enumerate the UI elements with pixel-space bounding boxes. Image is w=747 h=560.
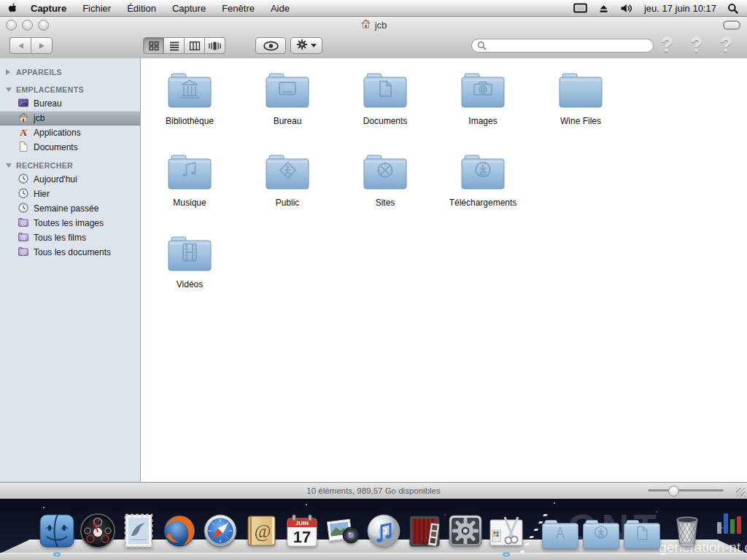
menu-capture[interactable]: Capture [164, 3, 214, 14]
dock-icon-iphoto[interactable] [322, 510, 363, 551]
dock-icon-address-book[interactable]: @ [241, 510, 282, 551]
folder-content-area[interactable]: BibliothèqueBureauDocumentsImagesWine Fi… [141, 58, 747, 483]
svg-text:@: @ [255, 521, 271, 542]
folder-images[interactable]: Images [434, 71, 532, 153]
sidebar-item-label: Bureau [34, 98, 62, 109]
sidebar-item-aujourd-hui[interactable]: Aujourd'hui [0, 172, 140, 187]
smart-folder-icon [18, 246, 29, 260]
unknown-toolbar-item-icon-3[interactable]: ? [720, 34, 732, 57]
toolbar-toggle-button[interactable] [723, 20, 740, 30]
dock-icon-safari[interactable] [200, 510, 241, 551]
sidebar-item-toutes-les-images[interactable]: Toutes les images [0, 216, 140, 230]
folder-videos[interactable]: Vidéos [141, 235, 239, 316]
folder-icon [557, 71, 604, 112]
sidebar-item-documents[interactable]: Documents [0, 140, 140, 155]
desktop-screen: Capture FichierÉditionCaptureFenêtreAide… [0, 0, 747, 560]
view-button-icon-view[interactable] [143, 37, 164, 54]
folder-icon [460, 71, 506, 112]
menu-bar-clock[interactable]: jeu. 17 juin 10:17 [644, 3, 716, 14]
view-button-column-view[interactable] [185, 37, 205, 54]
icon-size-slider[interactable] [648, 489, 724, 491]
clock-icon [18, 202, 29, 216]
sidebar-section-rechercher[interactable]: RECHERCHER [0, 159, 140, 172]
sidebar-item-label: jcb [34, 113, 44, 123]
status-bar: 10 éléments, 989,57 Go disponibles [0, 482, 747, 499]
sidebar-item-semaine-passee[interactable]: Semaine passée [0, 201, 140, 216]
folder-musique[interactable]: Musique [141, 153, 239, 235]
chevron-right-icon[interactable] [6, 69, 10, 75]
app-menu-title[interactable]: Capture [23, 3, 74, 14]
sidebar-section-appareils[interactable]: APPAREILS [0, 66, 140, 79]
sidebar-item-applications[interactable]: AApplications [0, 125, 140, 140]
spotlight-icon[interactable] [727, 3, 738, 14]
dock-icon-itunes[interactable] [363, 510, 404, 551]
folder-icon [264, 153, 311, 194]
folder-sites[interactable]: Sites [336, 153, 434, 235]
folder-bibliotheque[interactable]: Bibliothèque [141, 71, 239, 153]
menu-fenetre[interactable]: Fenêtre [214, 3, 263, 14]
sidebar-item-hier[interactable]: Hier [0, 187, 140, 201]
display-icon[interactable] [573, 3, 587, 14]
menu-bar-status-area: jeu. 17 juin 10:17 [573, 3, 747, 14]
menu-edition[interactable]: Édition [119, 3, 164, 14]
unknown-toolbar-item-icon-1[interactable]: ? [661, 34, 673, 57]
folder-label: Bureau [274, 116, 302, 126]
dock-icon-firefox[interactable] [159, 510, 200, 551]
sidebar-item-label: Toutes les images [34, 218, 104, 228]
back-button[interactable] [9, 37, 31, 54]
folder-label: Images [468, 116, 497, 126]
action-menu-button[interactable] [290, 37, 322, 54]
dock-icon-stack-applications[interactable] [540, 510, 581, 551]
folder-documents[interactable]: Documents [336, 71, 434, 153]
dock-icon-mail[interactable] [118, 510, 159, 551]
folder-icon [166, 235, 213, 276]
search-input[interactable] [471, 39, 654, 52]
dock-icon-trash[interactable] [667, 510, 708, 551]
folder-wine-files[interactable]: Wine Files [532, 71, 630, 153]
sidebar-item-tous-les-films[interactable]: Tous les films [0, 230, 140, 245]
eject-icon[interactable] [598, 3, 609, 14]
sidebar-item-label: Documents [34, 142, 78, 152]
dock-icon-stack-downloads[interactable] [581, 510, 622, 551]
unknown-toolbar-item-icon-2[interactable]: ? [691, 34, 703, 57]
view-button-coverflow-view[interactable] [205, 37, 225, 54]
apple-menu-icon[interactable] [0, 3, 23, 14]
menu-fichier[interactable]: Fichier [74, 3, 119, 14]
document-icon [18, 141, 29, 155]
menu-list: FichierÉditionCaptureFenêtreAide [74, 3, 298, 14]
clock-icon [18, 173, 29, 187]
dock-icon-capture[interactable] [486, 510, 527, 551]
folder-telechargements[interactable]: Téléchargements [434, 153, 532, 235]
view-button-list-view[interactable] [164, 37, 185, 54]
dock: @JUIN17 [36, 510, 708, 551]
dock-icon-dashboard[interactable] [77, 510, 118, 551]
dock-icon-system-preferences[interactable] [445, 510, 486, 551]
sidebar-item-bureau[interactable]: Bureau [0, 96, 140, 111]
folder-icon [264, 71, 311, 112]
folder-public[interactable]: Public [239, 153, 336, 235]
watermark-logo-bars-icon [717, 513, 741, 534]
slider-knob[interactable] [668, 486, 679, 497]
dock-icon-ical[interactable]: JUIN17 [282, 510, 322, 551]
sidebar-section-emplacements[interactable]: EMPLACEMENTS [0, 83, 140, 96]
svg-text:JUIN: JUIN [295, 520, 309, 526]
folder-label: Vidéos [177, 279, 203, 289]
folder-icon [362, 71, 409, 112]
chevron-down-icon[interactable] [6, 163, 12, 168]
sidebar-item-jcb[interactable]: jcb [0, 111, 140, 125]
finder-window: jcb ??? A [0, 16, 747, 499]
smart-folder-icon [18, 231, 29, 245]
folder-bureau[interactable]: Bureau [239, 71, 336, 153]
volume-icon[interactable] [620, 3, 633, 14]
sidebar-section-label: RECHERCHER [16, 161, 73, 170]
quick-look-button[interactable] [255, 37, 286, 54]
dock-icon-photo-booth[interactable] [404, 510, 445, 551]
forward-button[interactable] [31, 37, 53, 54]
chevron-down-icon[interactable] [6, 88, 12, 92]
menu-aide[interactable]: Aide [263, 3, 298, 14]
dock-icon-finder[interactable] [36, 510, 77, 551]
sidebar-item-tous-les-documents[interactable]: Tous les documents [0, 245, 140, 260]
dock-icon-stack-documents[interactable] [622, 510, 662, 551]
watermark-bar [737, 516, 741, 534]
resize-grip[interactable] [736, 488, 745, 497]
